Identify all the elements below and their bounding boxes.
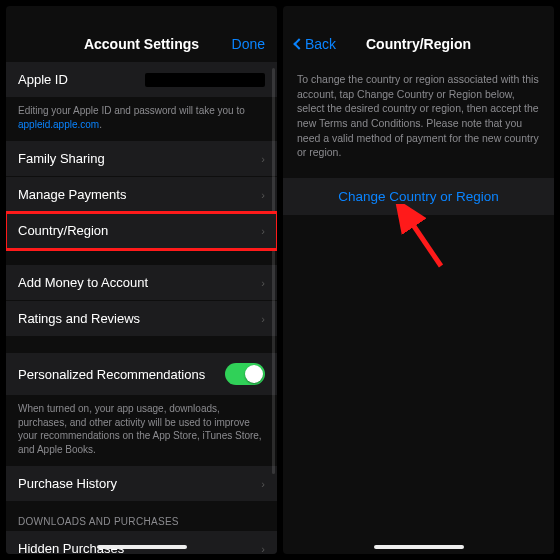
apple-id-footnote: Editing your Apple ID and password will …	[6, 98, 277, 141]
country-region-row[interactable]: Country/Region ›	[6, 213, 277, 249]
status-bar	[6, 6, 277, 30]
home-indicator[interactable]	[97, 545, 187, 549]
row-label: Family Sharing	[18, 151, 105, 166]
apple-id-label: Apple ID	[18, 72, 68, 87]
phone-country-region: Back Country/Region To change the countr…	[283, 6, 554, 554]
toggle-knob	[245, 365, 263, 383]
done-button[interactable]: Done	[232, 36, 265, 52]
chevron-right-icon: ›	[261, 478, 265, 490]
row-label: Manage Payments	[18, 187, 126, 202]
personalized-toggle[interactable]	[225, 363, 265, 385]
country-description: To change the country or region associat…	[283, 62, 554, 178]
chevron-right-icon: ›	[261, 189, 265, 201]
manage-payments-row[interactable]: Manage Payments ›	[6, 177, 277, 213]
personalized-rec-row: Personalized Recommendations	[6, 353, 277, 396]
personalized-footnote: When turned on, your app usage, download…	[6, 396, 277, 466]
back-button[interactable]: Back	[295, 36, 336, 52]
family-sharing-row[interactable]: Family Sharing ›	[6, 141, 277, 177]
row-label: Add Money to Account	[18, 275, 148, 290]
row-label: Purchase History	[18, 476, 117, 491]
downloads-section-header: DOWNLOADS AND PURCHASES	[6, 502, 277, 531]
chevron-right-icon: ›	[261, 313, 265, 325]
nav-bar: Back Country/Region	[283, 30, 554, 62]
appleid-link[interactable]: appleid.apple.com	[18, 119, 99, 130]
chevron-right-icon: ›	[261, 277, 265, 289]
nav-bar: Account Settings Done	[6, 30, 277, 62]
hidden-purchases-row[interactable]: Hidden Purchases ›	[6, 531, 277, 554]
add-money-row[interactable]: Add Money to Account ›	[6, 265, 277, 301]
chevron-right-icon: ›	[261, 153, 265, 165]
row-label: Country/Region	[18, 223, 108, 238]
ratings-reviews-row[interactable]: Ratings and Reviews ›	[6, 301, 277, 337]
apple-id-value-redacted	[145, 73, 265, 87]
apple-id-row[interactable]: Apple ID	[6, 62, 277, 98]
back-label: Back	[305, 36, 336, 52]
scrollbar[interactable]	[272, 68, 275, 474]
chevron-right-icon: ›	[261, 225, 265, 237]
purchase-history-row[interactable]: Purchase History ›	[6, 466, 277, 502]
chevron-left-icon	[293, 38, 304, 49]
status-bar	[283, 6, 554, 30]
change-country-button[interactable]: Change Country or Region	[283, 178, 554, 215]
row-label: Personalized Recommendations	[18, 367, 205, 382]
phone-account-settings: Account Settings Done Apple ID Editing y…	[6, 6, 277, 554]
chevron-right-icon: ›	[261, 543, 265, 555]
scroll-area: To change the country or region associat…	[283, 62, 554, 554]
home-indicator[interactable]	[374, 545, 464, 549]
scroll-area: Apple ID Editing your Apple ID and passw…	[6, 62, 277, 554]
row-label: Ratings and Reviews	[18, 311, 140, 326]
